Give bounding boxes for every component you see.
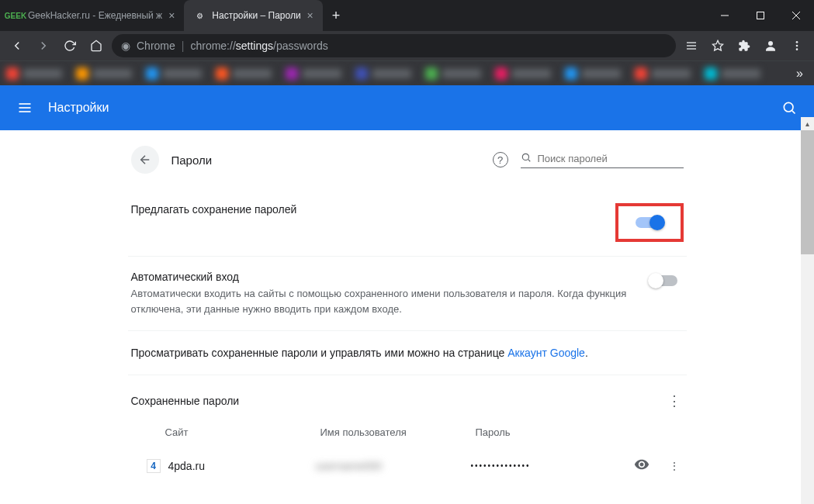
bookmark-item[interactable] xyxy=(216,67,272,80)
window-titlebar: GEEK GeekHacker.ru - Ежедневный ж × ⚙ На… xyxy=(0,0,814,31)
minimize-button[interactable] xyxy=(707,0,743,31)
bookmark-item[interactable] xyxy=(286,67,341,80)
kebab-menu-icon[interactable]: ⋮ xyxy=(665,392,684,409)
bookmarks-overflow-icon[interactable]: » xyxy=(796,67,808,81)
bookmark-item[interactable] xyxy=(565,67,621,80)
omnibox-url: chrome://settings/passwords xyxy=(190,40,327,52)
svg-point-8 xyxy=(768,41,773,46)
offer-save-toggle[interactable] xyxy=(636,217,663,228)
svg-point-9 xyxy=(796,41,798,43)
svg-point-15 xyxy=(784,102,793,112)
bookmark-item[interactable] xyxy=(705,67,760,80)
column-password: Пароль xyxy=(476,426,684,438)
extensions-icon[interactable] xyxy=(733,35,755,57)
auto-login-setting: Автоматический вход Автоматически входит… xyxy=(128,257,687,331)
browser-tab-active[interactable]: ⚙ Настройки – Пароли × xyxy=(184,0,322,31)
scroll-up-icon[interactable]: ▴ xyxy=(801,117,814,130)
page-header: Пароли ? xyxy=(128,140,687,189)
content-area: Пароли ? Предлагать сохранение паролей А… xyxy=(0,130,814,504)
highlight-annotation xyxy=(615,203,684,242)
bookmark-item[interactable] xyxy=(146,67,202,80)
maximize-button[interactable] xyxy=(743,0,778,31)
svg-point-18 xyxy=(522,154,528,160)
close-icon[interactable]: × xyxy=(307,9,313,22)
saved-passwords-header: Сохраненные пароли ⋮ xyxy=(128,375,687,417)
column-user: Имя пользователя xyxy=(320,426,476,438)
close-button[interactable] xyxy=(778,0,814,31)
omnibox[interactable]: ◉ Chrome | chrome://settings/passwords xyxy=(112,34,676,57)
search-icon[interactable] xyxy=(780,98,798,117)
bookmark-star-icon[interactable] xyxy=(707,35,729,57)
password-search[interactable] xyxy=(521,152,684,168)
back-arrow-button[interactable] xyxy=(131,146,159,174)
forward-button[interactable] xyxy=(33,35,54,57)
back-button[interactable] xyxy=(6,35,28,57)
header-title: Настройки xyxy=(48,101,109,115)
saved-passwords-title: Сохраненные пароли xyxy=(131,395,240,407)
setting-label: Предлагать сохранение паролей xyxy=(131,203,615,216)
address-bar: ◉ Chrome | chrome://settings/passwords xyxy=(0,31,814,60)
settings-header: Настройки xyxy=(0,85,814,130)
window-controls xyxy=(707,0,814,31)
row-password: •••••••••••••• xyxy=(471,461,634,470)
setting-label: Автоматический вход xyxy=(131,271,649,283)
tab-title: GeekHacker.ru - Ежедневный ж xyxy=(28,10,162,21)
svg-point-10 xyxy=(796,45,798,47)
help-icon[interactable]: ? xyxy=(493,152,508,167)
site-favicon: 4 xyxy=(147,459,161,473)
setting-description: Автоматически входить на сайты с помощью… xyxy=(131,286,649,316)
password-row[interactable]: 4 4pda.ru username000 •••••••••••••• ⋮ xyxy=(128,447,687,484)
tab-favicon: GEEK xyxy=(9,9,22,22)
browser-tab[interactable]: GEEK GeekHacker.ru - Ежедневный ж × xyxy=(0,0,184,31)
bookmark-item[interactable] xyxy=(495,67,551,80)
bookmark-item[interactable] xyxy=(635,67,691,80)
row-username: username000 xyxy=(316,460,471,472)
auto-login-toggle[interactable] xyxy=(649,275,677,286)
svg-line-16 xyxy=(792,111,795,114)
column-site: Сайт xyxy=(165,426,320,438)
google-account-link[interactable]: Аккаунт Google xyxy=(507,347,585,359)
bookmarks-bar: » xyxy=(0,60,814,85)
scrollbar-thumb[interactable] xyxy=(801,130,814,254)
close-icon[interactable]: × xyxy=(168,9,175,22)
manage-passwords-info: Просматривать сохраненные пароли и управ… xyxy=(128,331,687,375)
svg-marker-7 xyxy=(712,40,722,50)
table-header: Сайт Имя пользователя Пароль xyxy=(128,417,687,447)
svg-rect-1 xyxy=(757,12,764,19)
reading-list-icon[interactable] xyxy=(681,35,702,57)
reload-button[interactable] xyxy=(59,35,81,57)
chrome-icon: ◉ xyxy=(121,40,130,52)
svg-line-19 xyxy=(528,159,530,161)
menu-icon[interactable] xyxy=(786,35,808,57)
bookmark-item[interactable] xyxy=(6,67,62,80)
gear-icon: ⚙ xyxy=(193,9,206,22)
new-tab-button[interactable]: + xyxy=(323,0,350,31)
bookmark-item[interactable] xyxy=(76,67,132,80)
omnibox-label: Chrome xyxy=(137,40,175,52)
search-input[interactable] xyxy=(538,153,684,164)
bookmark-item[interactable] xyxy=(425,67,481,80)
profile-icon[interactable] xyxy=(760,35,781,57)
show-password-icon[interactable] xyxy=(634,457,649,475)
bookmark-item[interactable] xyxy=(355,67,411,80)
row-kebab-icon[interactable]: ⋮ xyxy=(665,460,684,472)
scrollbar-track[interactable]: ▴ xyxy=(801,130,814,504)
page-title: Пароли xyxy=(171,154,213,167)
hamburger-icon[interactable] xyxy=(16,98,34,117)
offer-save-setting: Предлагать сохранение паролей xyxy=(128,189,687,257)
tab-title: Настройки – Пароли xyxy=(212,10,300,21)
divider: | xyxy=(182,40,185,52)
home-button[interactable] xyxy=(85,35,107,57)
search-icon xyxy=(521,152,532,166)
svg-point-11 xyxy=(796,48,798,50)
row-site: 4pda.ru xyxy=(168,460,316,472)
